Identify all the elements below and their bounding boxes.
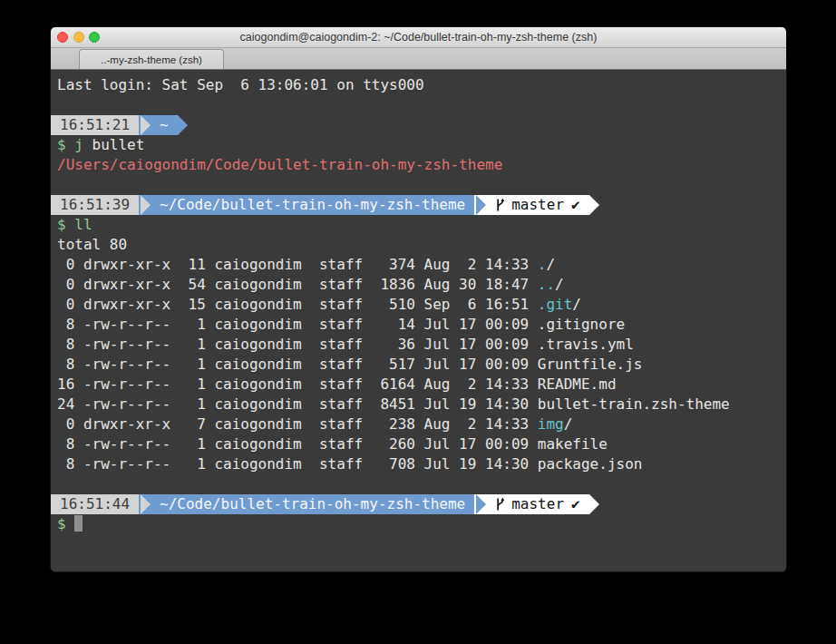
prompt-segment-git: master✔ — [486, 195, 588, 215]
git-clean-check-icon: ✔ — [571, 494, 580, 514]
terminal-text: bullet — [83, 136, 144, 153]
close-button[interactable] — [57, 32, 68, 43]
terminal-text: . — [538, 256, 547, 273]
powerline-separator-icon — [139, 115, 151, 135]
prompt-segment-time: 16:51:39 — [51, 195, 139, 215]
terminal-text — [66, 515, 75, 532]
terminal-line: 24 -rw-r--r-- 1 caiogondim staff 8451 Ju… — [51, 395, 786, 415]
terminal-text: package.json — [538, 455, 643, 473]
terminal-screen[interactable]: Last login: Sat Sep 6 13:06:01 on ttys00… — [51, 70, 786, 571]
terminal-text: 8 -rw-r--r-- 1 caiogondim staff 260 Jul … — [57, 435, 538, 453]
terminal-text: 0 drwxr-xr-x 7 caiogondim staff 238 Aug … — [57, 415, 538, 433]
terminal-line: 8 -rw-r--r-- 1 caiogondim staff 260 Jul … — [51, 434, 786, 454]
terminal-line: /Users/caiogondim/Code/bullet-train-oh-m… — [51, 155, 786, 175]
git-branch-icon — [495, 198, 506, 212]
terminal-text: 8 -rw-r--r-- 1 caiogondim staff 14 Jul 1… — [57, 316, 538, 333]
terminal-text: /Users/caiogondim/Code/bullet-train-oh-m… — [57, 156, 502, 173]
powerline-separator-icon — [139, 494, 151, 514]
tab-active-terminal[interactable]: ..-my-zsh-theme (zsh) — [79, 49, 224, 69]
prompt-line: 16:51:39~/Code/bullet-train-oh-my-zsh-th… — [51, 195, 786, 215]
powerline-separator-icon — [589, 195, 599, 215]
terminal-text: j — [74, 136, 83, 153]
terminal-text: / — [564, 415, 573, 433]
terminal-text: total 80 — [57, 236, 127, 253]
terminal-text: makefile — [538, 435, 608, 453]
powerline-separator-icon — [474, 195, 486, 215]
terminal-text: Last login: Sat Sep 6 13:06:01 on ttys00… — [57, 76, 424, 93]
terminal-line: $ ll — [51, 215, 786, 235]
terminal-text: img — [538, 415, 564, 433]
prompt-line: 16:51:21~ — [51, 115, 786, 135]
terminal-text: / — [555, 276, 564, 293]
window-title: caiogondim@caiogondim-2: ~/Code/bullet-t… — [240, 31, 598, 44]
prompt-segment-path: ~/Code/bullet-train-oh-my-zsh-theme — [151, 494, 474, 514]
prompt-segment-time: 16:51:21 — [51, 115, 139, 135]
terminal-line — [51, 175, 786, 195]
git-branch-name: master — [511, 494, 564, 514]
terminal-text: $ — [57, 216, 66, 233]
terminal-line: 16 -rw-r--r-- 1 caiogondim staff 6164 Au… — [51, 375, 786, 395]
terminal-text: 0 drwxr-xr-x 11 caiogondim staff 374 Aug… — [57, 256, 538, 273]
terminal-text: .travis.yml — [538, 336, 634, 353]
traffic-lights — [57, 32, 100, 43]
powerline-separator-icon — [139, 195, 151, 215]
powerline-separator-icon — [474, 494, 486, 514]
tab-label: ..-my-zsh-theme (zsh) — [101, 54, 202, 65]
terminal-line: 8 -rw-r--r-- 1 caiogondim staff 36 Jul 1… — [51, 335, 786, 355]
terminal-window: caiogondim@caiogondim-2: ~/Code/bullet-t… — [51, 27, 786, 571]
terminal-text: 8 -rw-r--r-- 1 caiogondim staff 517 Jul … — [57, 356, 538, 373]
git-branch-name: master — [511, 195, 564, 215]
terminal-text: 0 drwxr-xr-x 15 caiogondim staff 510 Sep… — [57, 296, 538, 313]
terminal-text: 8 -rw-r--r-- 1 caiogondim staff 36 Jul 1… — [57, 336, 538, 353]
prompt-segment-path: ~/Code/bullet-train-oh-my-zsh-theme — [151, 195, 474, 215]
terminal-text — [66, 136, 75, 153]
minimize-button[interactable] — [73, 32, 84, 43]
terminal-line: $ — [51, 514, 786, 534]
zoom-button[interactable] — [89, 32, 100, 43]
terminal-text: bullet-train.zsh-theme — [538, 395, 730, 413]
git-clean-check-icon: ✔ — [571, 195, 580, 215]
terminal-text: 24 -rw-r--r-- 1 caiogondim staff 8451 Ju… — [57, 395, 538, 413]
terminal-text: $ — [57, 515, 66, 532]
terminal-line: 8 -rw-r--r-- 1 caiogondim staff 14 Jul 1… — [51, 315, 786, 335]
prompt-segment-path: ~ — [151, 115, 178, 135]
terminal-line: 0 drwxr-xr-x 54 caiogondim staff 1836 Au… — [51, 275, 786, 295]
terminal-text: 16 -rw-r--r-- 1 caiogondim staff 6164 Au… — [57, 376, 538, 393]
terminal-line: 0 drwxr-xr-x 15 caiogondim staff 510 Sep… — [51, 295, 786, 315]
terminal-line: 8 -rw-r--r-- 1 caiogondim staff 517 Jul … — [51, 355, 786, 375]
terminal-text: $ — [57, 136, 66, 153]
terminal-text: .gitignore — [538, 316, 625, 333]
prompt-segment-git: master✔ — [486, 494, 588, 514]
terminal-text: README.md — [538, 376, 617, 393]
terminal-line: total 80 — [51, 235, 786, 255]
terminal-cursor — [74, 515, 83, 532]
terminal-line — [51, 95, 786, 115]
powerline-separator-icon — [589, 494, 599, 514]
prompt-line: 16:51:44~/Code/bullet-train-oh-my-zsh-th… — [51, 494, 786, 514]
terminal-line: $ j bullet — [51, 135, 786, 155]
terminal-line — [51, 474, 786, 494]
terminal-line: Last login: Sat Sep 6 13:06:01 on ttys00… — [51, 75, 786, 95]
title-bar[interactable]: caiogondim@caiogondim-2: ~/Code/bullet-t… — [51, 27, 786, 48]
git-branch-icon — [495, 497, 506, 512]
terminal-text — [66, 216, 75, 233]
terminal-text: Gruntfile.js — [538, 356, 643, 373]
terminal-text: ll — [74, 216, 92, 233]
powerline-separator-icon — [178, 115, 188, 135]
tab-bar: ..-my-zsh-theme (zsh) — [51, 48, 786, 70]
terminal-text: / — [546, 256, 555, 273]
prompt-segment-time: 16:51:44 — [51, 494, 139, 514]
terminal-line: 0 drwxr-xr-x 11 caiogondim staff 374 Aug… — [51, 255, 786, 275]
terminal-text: 8 -rw-r--r-- 1 caiogondim staff 708 Jul … — [57, 455, 538, 473]
terminal-text: 0 drwxr-xr-x 54 caiogondim staff 1836 Au… — [57, 276, 538, 293]
terminal-text: .. — [538, 276, 555, 293]
terminal-text: .git — [538, 296, 573, 313]
terminal-line: 8 -rw-r--r-- 1 caiogondim staff 708 Jul … — [51, 454, 786, 474]
terminal-line: 0 drwxr-xr-x 7 caiogondim staff 238 Aug … — [51, 415, 786, 434]
terminal-text: / — [572, 296, 581, 313]
